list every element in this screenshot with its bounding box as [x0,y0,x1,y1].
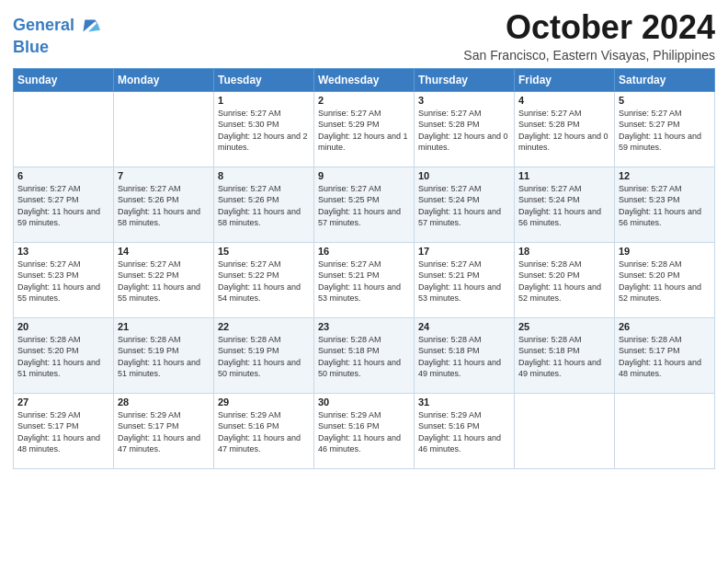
day-info: Sunrise: 5:28 AMSunset: 5:19 PMDaylight:… [218,334,310,380]
day-info: Sunrise: 5:29 AMSunset: 5:16 PMDaylight:… [418,409,510,455]
day-info: Sunrise: 5:29 AMSunset: 5:16 PMDaylight:… [318,409,410,455]
calendar-day-cell: 29Sunrise: 5:29 AMSunset: 5:16 PMDayligh… [214,393,314,468]
calendar-day-cell: 10Sunrise: 5:27 AMSunset: 5:24 PMDayligh… [415,167,515,242]
calendar-day-cell: 2Sunrise: 5:27 AMSunset: 5:29 PMDaylight… [314,91,415,167]
day-number: 31 [418,396,510,408]
day-info: Sunrise: 5:27 AMSunset: 5:27 PMDaylight:… [619,108,711,154]
logo: General Blue [13,13,102,57]
day-header-wednesday: Wednesday [314,68,415,91]
day-header-sunday: Sunday [14,68,114,91]
calendar-day-cell: 27Sunrise: 5:29 AMSunset: 5:17 PMDayligh… [14,393,114,468]
calendar-week-row: 13Sunrise: 5:27 AMSunset: 5:23 PMDayligh… [14,242,715,317]
calendar-day-cell: 11Sunrise: 5:27 AMSunset: 5:24 PMDayligh… [515,167,615,242]
calendar-day-cell: 16Sunrise: 5:27 AMSunset: 5:21 PMDayligh… [314,242,415,317]
calendar-header-row: SundayMondayTuesdayWednesdayThursdayFrid… [14,68,715,91]
day-number: 25 [518,321,610,332]
day-info: Sunrise: 5:28 AMSunset: 5:20 PMDaylight:… [518,259,610,304]
day-info: Sunrise: 5:27 AMSunset: 5:24 PMDaylight:… [518,183,610,229]
calendar-day-cell [615,393,715,468]
day-info: Sunrise: 5:27 AMSunset: 5:21 PMDaylight:… [418,259,510,304]
calendar-day-cell: 4Sunrise: 5:27 AMSunset: 5:28 PMDaylight… [515,91,615,167]
day-info: Sunrise: 5:27 AMSunset: 5:25 PMDaylight:… [318,183,410,229]
calendar-week-row: 20Sunrise: 5:28 AMSunset: 5:20 PMDayligh… [14,317,715,393]
day-number: 14 [118,246,210,257]
calendar-day-cell: 22Sunrise: 5:28 AMSunset: 5:19 PMDayligh… [214,317,314,393]
day-number: 27 [17,396,109,408]
day-header-monday: Monday [114,68,214,91]
calendar-day-cell: 20Sunrise: 5:28 AMSunset: 5:20 PMDayligh… [14,317,114,393]
calendar-day-cell: 23Sunrise: 5:28 AMSunset: 5:18 PMDayligh… [314,317,415,393]
day-number: 7 [118,170,210,181]
calendar-day-cell: 12Sunrise: 5:27 AMSunset: 5:23 PMDayligh… [615,167,715,242]
day-info: Sunrise: 5:28 AMSunset: 5:18 PMDaylight:… [518,334,610,380]
day-number: 15 [218,246,310,257]
day-info: Sunrise: 5:27 AMSunset: 5:26 PMDaylight:… [218,183,310,229]
day-number: 9 [318,170,410,181]
day-number: 18 [518,246,610,257]
day-number: 29 [218,396,310,408]
calendar-week-row: 6Sunrise: 5:27 AMSunset: 5:27 PMDaylight… [14,167,715,242]
day-number: 10 [418,170,510,181]
calendar-week-row: 1Sunrise: 5:27 AMSunset: 5:30 PMDaylight… [14,91,715,167]
day-info: Sunrise: 5:27 AMSunset: 5:29 PMDaylight:… [318,108,410,154]
calendar-day-cell: 13Sunrise: 5:27 AMSunset: 5:23 PMDayligh… [14,242,114,317]
calendar-day-cell: 9Sunrise: 5:27 AMSunset: 5:25 PMDaylight… [314,167,415,242]
day-info: Sunrise: 5:27 AMSunset: 5:23 PMDaylight:… [619,183,711,229]
day-number: 20 [17,321,109,332]
day-number: 8 [218,170,310,181]
calendar-day-cell: 28Sunrise: 5:29 AMSunset: 5:17 PMDayligh… [114,393,214,468]
day-number: 1 [218,95,310,106]
day-info: Sunrise: 5:28 AMSunset: 5:20 PMDaylight:… [17,334,109,380]
logo-text: General [13,17,74,35]
day-number: 26 [619,321,711,332]
day-header-saturday: Saturday [615,68,715,91]
day-number: 13 [17,246,109,257]
day-info: Sunrise: 5:27 AMSunset: 5:22 PMDaylight:… [118,259,210,304]
calendar-day-cell: 24Sunrise: 5:28 AMSunset: 5:18 PMDayligh… [415,317,515,393]
day-info: Sunrise: 5:28 AMSunset: 5:17 PMDaylight:… [619,334,711,380]
day-info: Sunrise: 5:27 AMSunset: 5:28 PMDaylight:… [418,108,510,154]
day-number: 3 [418,95,510,106]
calendar-day-cell: 15Sunrise: 5:27 AMSunset: 5:22 PMDayligh… [214,242,314,317]
day-number: 11 [518,170,610,181]
day-info: Sunrise: 5:29 AMSunset: 5:17 PMDaylight:… [17,409,109,455]
day-number: 5 [619,95,711,106]
month-title: October 2024 [463,9,715,46]
calendar-day-cell [515,393,615,468]
logo-text-blue: Blue [13,39,49,57]
day-info: Sunrise: 5:27 AMSunset: 5:26 PMDaylight:… [118,183,210,229]
day-number: 2 [318,95,410,106]
day-info: Sunrise: 5:29 AMSunset: 5:16 PMDaylight:… [218,409,310,455]
calendar-day-cell: 31Sunrise: 5:29 AMSunset: 5:16 PMDayligh… [415,393,515,468]
day-info: Sunrise: 5:27 AMSunset: 5:21 PMDaylight:… [318,259,410,304]
calendar-day-cell: 21Sunrise: 5:28 AMSunset: 5:19 PMDayligh… [114,317,214,393]
calendar-day-cell: 14Sunrise: 5:27 AMSunset: 5:22 PMDayligh… [114,242,214,317]
calendar-day-cell [114,91,214,167]
calendar-day-cell: 3Sunrise: 5:27 AMSunset: 5:28 PMDaylight… [415,91,515,167]
calendar-day-cell: 18Sunrise: 5:28 AMSunset: 5:20 PMDayligh… [515,242,615,317]
calendar-day-cell: 5Sunrise: 5:27 AMSunset: 5:27 PMDaylight… [615,91,715,167]
day-number: 19 [619,246,711,257]
day-number: 12 [619,170,711,181]
calendar-day-cell: 8Sunrise: 5:27 AMSunset: 5:26 PMDaylight… [214,167,314,242]
calendar-day-cell: 6Sunrise: 5:27 AMSunset: 5:27 PMDaylight… [14,167,114,242]
day-header-tuesday: Tuesday [214,68,314,91]
day-info: Sunrise: 5:28 AMSunset: 5:18 PMDaylight:… [418,334,510,380]
day-header-friday: Friday [515,68,615,91]
calendar-week-row: 27Sunrise: 5:29 AMSunset: 5:17 PMDayligh… [14,393,715,468]
day-number: 4 [518,95,610,106]
logo-icon [76,13,102,39]
day-info: Sunrise: 5:29 AMSunset: 5:17 PMDaylight:… [118,409,210,455]
day-info: Sunrise: 5:27 AMSunset: 5:23 PMDaylight:… [17,259,109,304]
day-number: 28 [118,396,210,408]
day-info: Sunrise: 5:27 AMSunset: 5:22 PMDaylight:… [218,259,310,304]
calendar-table: SundayMondayTuesdayWednesdayThursdayFrid… [13,68,715,469]
calendar-day-cell: 1Sunrise: 5:27 AMSunset: 5:30 PMDaylight… [214,91,314,167]
day-header-thursday: Thursday [415,68,515,91]
calendar-day-cell: 7Sunrise: 5:27 AMSunset: 5:26 PMDaylight… [114,167,214,242]
calendar-day-cell: 30Sunrise: 5:29 AMSunset: 5:16 PMDayligh… [314,393,415,468]
day-info: Sunrise: 5:27 AMSunset: 5:28 PMDaylight:… [518,108,610,154]
day-info: Sunrise: 5:27 AMSunset: 5:24 PMDaylight:… [418,183,510,229]
day-number: 17 [418,246,510,257]
page: General Blue October 2024 San Francisco,… [0,0,728,563]
